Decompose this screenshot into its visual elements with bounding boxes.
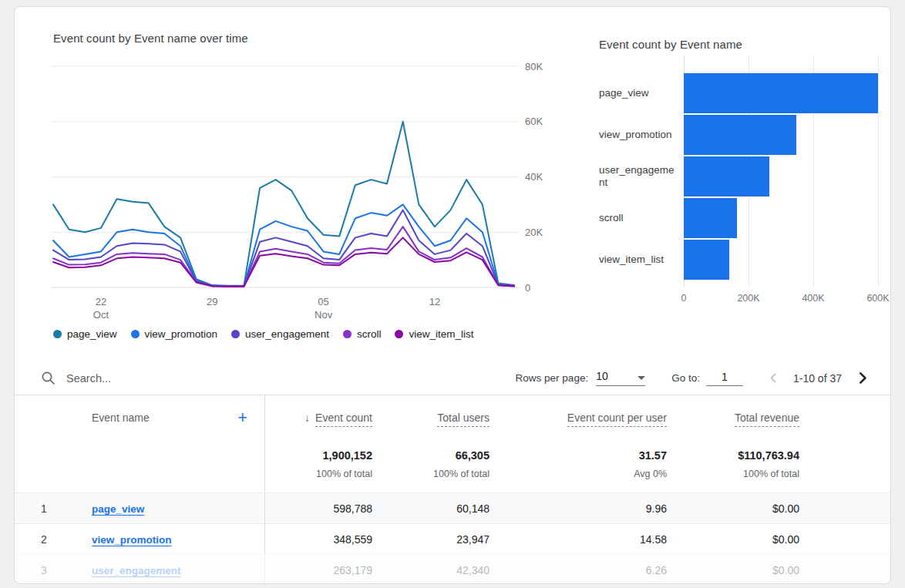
metric-header-event-count: ↓Event count: [264, 412, 374, 424]
bar-track: [684, 240, 878, 280]
search-input[interactable]: [66, 372, 313, 385]
metric-header-label[interactable]: Total users: [437, 412, 490, 427]
bar: [684, 115, 796, 155]
metric-value: 23,947: [374, 533, 491, 546]
svg-text:Nov: Nov: [315, 309, 333, 321]
total-value: $110,763.94: [668, 449, 799, 462]
next-page-button[interactable]: [854, 370, 870, 386]
total-subtext: 100% of total: [374, 469, 490, 479]
charts-row: Event count by Event name over time 020K…: [15, 7, 890, 361]
row-index: 2: [15, 533, 73, 546]
legend-item-view_promotion[interactable]: view_promotion: [131, 328, 218, 340]
rows-per-page-select[interactable]: 10: [596, 370, 645, 386]
metric-value: $0.00: [668, 564, 801, 576]
svg-text:Oct: Oct: [93, 309, 109, 321]
metric-value: 598,788: [264, 502, 374, 515]
chevron-left-icon: [768, 372, 779, 384]
table-row: 2view_promotion348,55923,94714.58$0.00: [15, 523, 890, 554]
total-subtext: 100% of total: [264, 469, 372, 479]
svg-text:22: 22: [96, 296, 106, 307]
bar-row-view_promotion: view_promotion: [599, 114, 878, 156]
goto-label: Go to:: [671, 372, 700, 384]
table-body: 1page_view598,78860,1489.96$0.002view_pr…: [15, 492, 890, 584]
totals-event-count: 1,900,152 100% of total: [264, 449, 374, 479]
event-name-link[interactable]: user_engagement: [92, 565, 181, 576]
metric-header-total-revenue: Total revenue: [668, 412, 801, 424]
event-name-link[interactable]: view_promotion: [92, 534, 172, 546]
bar-chart-x-axis: 0200K400K600K: [684, 293, 878, 307]
metric-value: 348,559: [264, 533, 374, 546]
event-name-cell: user_engagement: [73, 564, 264, 576]
pagination: 1-10 of 37: [766, 370, 870, 386]
bar-chart: page_viewview_promotionuser_engagementsc…: [599, 72, 878, 281]
legend-item-scroll[interactable]: scroll: [343, 328, 382, 340]
line-chart-panel: Event count by Event name over time 020K…: [39, 25, 548, 361]
bar-track: [684, 198, 878, 238]
bar-axis-tick: 0: [681, 293, 687, 304]
legend-item-user_engagement[interactable]: user_engagement: [231, 328, 329, 340]
legend-dot: [131, 330, 140, 338]
rows-per-page-value: 10: [596, 370, 608, 382]
dropdown-arrow-icon: [638, 376, 645, 380]
totals-total-users: 66,305 100% of total: [374, 449, 491, 479]
legend-label: view_item_list: [409, 328, 473, 340]
metric-header-label[interactable]: Event count per user: [567, 412, 667, 427]
svg-text:12: 12: [429, 296, 440, 307]
metric-value: $0.00: [668, 533, 801, 546]
total-value: 1,900,152: [264, 449, 372, 462]
total-subtext: 100% of total: [668, 469, 799, 479]
bar: [684, 73, 878, 113]
metric-value: 263,179: [264, 564, 374, 576]
metric-header-label[interactable]: Total revenue: [735, 412, 799, 427]
svg-text:05: 05: [318, 296, 328, 307]
search-icon: [41, 371, 56, 385]
dimension-header-label[interactable]: Event name: [92, 412, 150, 424]
bar-axis-tick: 600K: [866, 293, 889, 304]
bar-axis-tick: 200K: [737, 293, 759, 304]
bar-track: [684, 73, 878, 113]
legend-dot: [53, 330, 62, 338]
total-value: 31.57: [491, 449, 667, 462]
legend-item-page_view[interactable]: page_view: [53, 328, 117, 340]
add-column-button[interactable]: +: [237, 409, 247, 426]
report-card: Event count by Event name over time 020K…: [14, 6, 891, 584]
total-value: 66,305: [374, 449, 490, 462]
table-toolbar: Rows per page: 10 Go to: 1-10 of 37: [15, 361, 890, 395]
table-header-row: Event name + ↓Event count Total users Ev…: [15, 395, 890, 440]
previous-page-button[interactable]: [766, 371, 781, 385]
event-name-link[interactable]: page_view: [92, 503, 144, 515]
metric-value: 42,340: [374, 564, 491, 576]
bar-chart-title: Event count by Event name: [599, 38, 878, 51]
legend-dot: [343, 330, 352, 338]
event-name-cell: page_view: [73, 502, 264, 515]
bar: [684, 198, 737, 238]
bar-label: user_engagement: [599, 164, 684, 189]
bar-axis-tick: 400K: [802, 293, 824, 304]
row-index: 3: [15, 564, 73, 576]
legend-item-view_item_list[interactable]: view_item_list: [395, 328, 473, 340]
goto-page-input[interactable]: [706, 371, 743, 386]
legend-dot: [231, 330, 240, 338]
metric-header-label[interactable]: Event count: [315, 412, 372, 427]
svg-text:60K: 60K: [525, 116, 543, 127]
legend-label: user_engagement: [245, 328, 329, 340]
bar: [684, 240, 729, 280]
bar-label: view_promotion: [599, 129, 684, 141]
totals-total-revenue: $110,763.94 100% of total: [668, 449, 801, 479]
bar-row-view_item_list: view_item_list: [599, 239, 878, 281]
rows-per-page-label: Rows per page:: [516, 372, 589, 384]
bar: [684, 156, 769, 197]
bar-row-page_view: page_view: [599, 72, 878, 114]
bar-chart-panel: Event count by Event name page_viewview_…: [599, 25, 878, 361]
metric-value: 14.58: [491, 533, 668, 546]
bar-track: [684, 156, 878, 197]
bar-label: view_item_list: [599, 254, 684, 266]
bar-row-scroll: scroll: [599, 197, 878, 239]
metric-header-total-users: Total users: [374, 412, 491, 424]
metric-header-event-count-per-user: Event count per user: [491, 412, 668, 424]
table-totals-row: 1,900,152 100% of total 66,305 100% of t…: [15, 440, 890, 492]
legend-label: page_view: [67, 328, 117, 340]
svg-text:80K: 80K: [525, 61, 543, 72]
metric-value: 9.96: [491, 502, 668, 515]
bar-track: [684, 115, 878, 155]
